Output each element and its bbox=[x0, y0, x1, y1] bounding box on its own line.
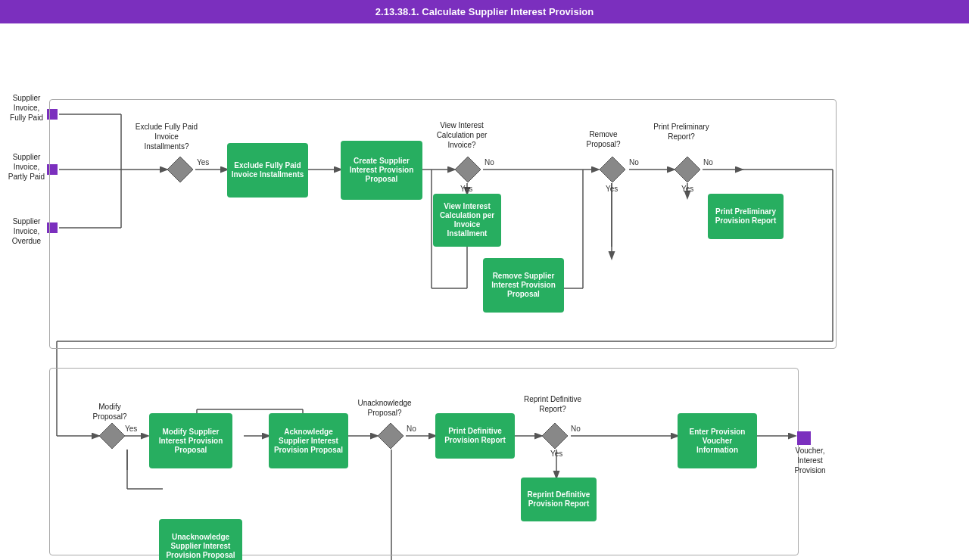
reprint-definitive-label: Reprint Definitive Report? bbox=[522, 394, 583, 414]
top-section-border bbox=[49, 99, 837, 349]
unacknowledge-no-label: No bbox=[407, 425, 416, 433]
print-definitive-node[interactable]: Print Definitive Provision Report bbox=[435, 413, 515, 459]
supplier-invoice-partly-paid-label: Supplier Invoice, Partly Paid bbox=[8, 152, 45, 182]
reprint-gateway bbox=[541, 422, 569, 450]
voucher-output-node bbox=[797, 431, 811, 445]
unacknowledge-gateway bbox=[377, 422, 404, 450]
voucher-label: Voucher, Interest Provision bbox=[787, 446, 833, 475]
unacknowledge-node[interactable]: Unacknowledge Supplier Interest Provisio… bbox=[159, 519, 242, 560]
unacknowledge-proposal-label: Unacknowledge Proposal? bbox=[354, 398, 415, 418]
page-title: 2.13.38.1. Calculate Supplier Interest P… bbox=[375, 6, 594, 17]
reprint-yes-label: Yes bbox=[550, 450, 562, 458]
supplier-invoice-fully-paid-label: Supplier Invoice, Fully Paid bbox=[8, 93, 45, 123]
reprint-definitive-node[interactable]: Reprint Definitive Provision Report bbox=[521, 478, 597, 521]
svg-marker-48 bbox=[542, 423, 568, 449]
modify-gateway bbox=[98, 422, 126, 450]
svg-marker-47 bbox=[378, 423, 403, 449]
diagram-area: Supplier Invoice, Fully Paid Supplier In… bbox=[0, 23, 969, 560]
enter-provision-node[interactable]: Enter Provision Voucher Information bbox=[678, 413, 757, 468]
modify-proposal-label: Modify Proposal? bbox=[83, 402, 136, 422]
modify-supplier-node[interactable]: Modify Supplier Interest Provision Propo… bbox=[149, 413, 232, 468]
supplier-invoice-overdue-label: Supplier Invoice, Overdue bbox=[8, 216, 45, 246]
acknowledge-supplier-node[interactable]: Acknowledge Supplier Interest Provision … bbox=[269, 413, 348, 468]
modify-yes-label: Yes bbox=[125, 425, 137, 433]
svg-marker-46 bbox=[99, 423, 125, 449]
reprint-no-label: No bbox=[571, 425, 581, 433]
title-bar: 2.13.38.1. Calculate Supplier Interest P… bbox=[0, 0, 969, 23]
